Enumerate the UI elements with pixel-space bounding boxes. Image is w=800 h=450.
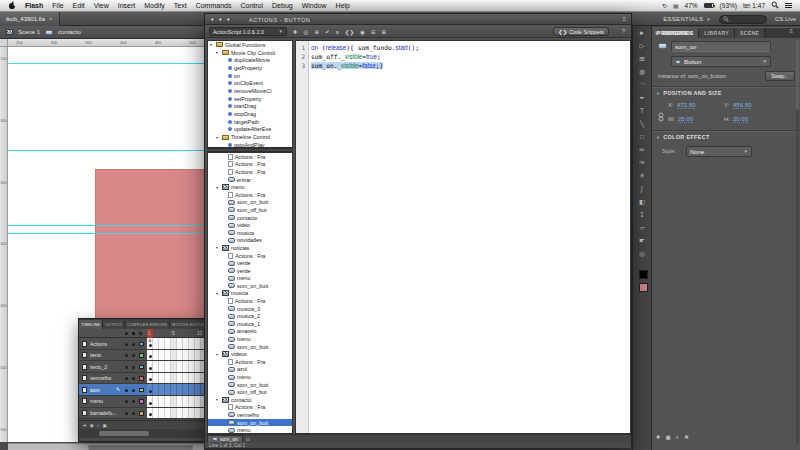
script-navigator-item[interactable]: musica xyxy=(208,290,292,298)
brush-tool[interactable]: ✑ xyxy=(633,156,651,169)
layer-frames[interactable] xyxy=(147,384,204,395)
menubar-item[interactable]: Debug xyxy=(272,2,293,9)
disclosure-triangle-icon[interactable] xyxy=(216,50,220,55)
layer-lock-dot[interactable] xyxy=(132,354,135,357)
deco-tool[interactable]: ✳ xyxy=(633,169,651,182)
script-navigator-item[interactable]: video xyxy=(208,221,292,229)
find-icon[interactable]: ◎ xyxy=(304,29,309,35)
script-navigator-item[interactable]: verde xyxy=(208,267,292,275)
script-navigator-item[interactable]: contacto xyxy=(208,396,292,404)
subselection-tool[interactable]: ▷ xyxy=(633,39,651,52)
disclosure-triangle-icon[interactable] xyxy=(210,42,214,47)
toolbox-item[interactable]: removeMovieCl xyxy=(208,87,292,95)
actions-title-bar[interactable]: ACTIONS - BUTTON ≡ xyxy=(205,14,631,25)
collapse-section-icon[interactable]: ⊟ xyxy=(371,29,376,35)
layer-frames[interactable] xyxy=(147,361,204,372)
menubar-item[interactable]: Text xyxy=(174,2,187,9)
panel-menu-icon[interactable]: ≡ xyxy=(622,16,626,22)
FILTERS[interactable]: FILTERS xyxy=(652,26,800,38)
swap-button[interactable]: Swap... xyxy=(765,71,795,81)
apple-menu-icon[interactable] xyxy=(8,1,16,11)
script-navigator-item[interactable]: som_on_butt xyxy=(208,343,292,351)
layer-name[interactable]: barradefu... xyxy=(90,410,123,416)
script-navigator-item[interactable]: videos xyxy=(208,350,292,358)
guide-line[interactable] xyxy=(8,233,204,234)
layer-frames[interactable] xyxy=(147,350,204,361)
guide-line[interactable] xyxy=(8,63,204,64)
menubar-item[interactable]: Edit xyxy=(73,2,85,9)
layer-frames[interactable] xyxy=(147,373,204,384)
bone-tool[interactable]: ∫ xyxy=(633,182,651,195)
script-navigator-item[interactable]: musica_1 xyxy=(208,320,292,328)
menubar-item[interactable]: Help xyxy=(336,2,350,9)
add-script-icon[interactable]: ✚ xyxy=(293,29,298,35)
script-navigator-item[interactable]: menu xyxy=(208,183,292,191)
battery-percent[interactable]: (93%) xyxy=(720,2,737,9)
show-code-hint-icon[interactable]: ❮❯ xyxy=(345,29,354,35)
script-navigator-item[interactable]: musica xyxy=(208,229,292,237)
timeline-scrollbar[interactable] xyxy=(79,429,205,438)
y-value[interactable]: 456.50 xyxy=(733,102,751,109)
timeline-layer-row[interactable]: texto_2 ✎ xyxy=(79,361,205,373)
layer-name[interactable]: texto_2 xyxy=(90,364,123,370)
red-rectangle-shape[interactable] xyxy=(95,169,204,332)
toolbox-item[interactable]: gotoAndPlay xyxy=(208,141,292,148)
script-navigator-item[interactable]: entrar xyxy=(208,176,292,184)
layer-lock-dot[interactable] xyxy=(132,412,135,415)
script-navigator-item[interactable]: musica_2 xyxy=(208,312,292,320)
fill-color-chip[interactable] xyxy=(639,283,648,292)
script-navigator-item[interactable]: som_on_butt xyxy=(208,282,292,290)
code-line[interactable]: 3 som_on._visible=false;} xyxy=(296,61,630,70)
script-tab[interactable]: som_on xyxy=(207,435,243,442)
timeline-layer-row[interactable]: vermelho ✎ xyxy=(79,373,205,385)
hand-tool[interactable]: ☛ xyxy=(633,234,651,247)
toolbox-item[interactable]: Timeline Control xyxy=(208,133,292,141)
script-navigator-item[interactable]: Actions : Fra xyxy=(208,358,292,366)
disclosure-triangle-icon[interactable] xyxy=(216,185,220,190)
script-navigator-item[interactable]: novidades xyxy=(208,237,292,245)
toolbox-item[interactable]: updateAfterEve xyxy=(208,126,292,134)
script-navigator-item[interactable]: azul xyxy=(208,366,292,374)
layer-name[interactable]: menu xyxy=(90,398,123,404)
code-line[interactable]: 2 som_off._visible=true; xyxy=(296,52,630,61)
battery-secondary-percent[interactable]: 47% xyxy=(685,2,698,9)
script-navigator-item[interactable]: verde xyxy=(208,259,292,267)
guide-line[interactable] xyxy=(8,225,204,226)
script-navigator-item[interactable]: som_off_but xyxy=(208,388,292,396)
layer-visibility-dot[interactable] xyxy=(125,412,128,415)
script-navigator-item[interactable]: Actions : Fra xyxy=(208,168,292,176)
stroke-color-chip[interactable] xyxy=(639,270,648,279)
auto-format-icon[interactable]: ≡ xyxy=(336,29,339,35)
toolbox-item[interactable]: setProperty xyxy=(208,95,292,103)
script-navigator-item[interactable]: menu xyxy=(208,335,292,343)
add-filter-icon[interactable]: ✚ xyxy=(656,434,661,440)
layer-name[interactable]: vermelho xyxy=(90,375,123,381)
timeline-layer-row[interactable]: Actions ✎ xyxy=(79,338,205,350)
script-navigator-item[interactable]: menu xyxy=(208,373,292,381)
menubar-item[interactable]: Flash xyxy=(25,2,43,9)
breadcrumb-symbol[interactable]: contacto xyxy=(58,29,81,35)
layer-visibility-dot[interactable] xyxy=(125,389,128,392)
script-navigator-item[interactable]: Actions : Fra xyxy=(208,297,292,305)
spotlight-icon[interactable] xyxy=(771,1,779,10)
script-navigator-item[interactable]: som_on_butt xyxy=(208,419,292,427)
toolbox-item[interactable]: Movie Clip Control xyxy=(208,49,292,57)
disclosure-triangle-icon[interactable] xyxy=(216,397,220,402)
help-icon[interactable]: ? xyxy=(622,28,625,34)
layer-outline-color[interactable] xyxy=(139,342,144,347)
instance-name-input[interactable]: som_on xyxy=(671,41,771,52)
color-effect-section-header[interactable]: ▼ COLOR EFFECT xyxy=(656,134,710,140)
sync-status-icon[interactable]: ↻ xyxy=(662,2,667,9)
menubar-item[interactable]: Window xyxy=(302,2,327,9)
layer-visibility-dot[interactable] xyxy=(125,343,128,346)
disclosure-triangle-icon[interactable] xyxy=(216,291,220,296)
actionscript-version-dropdown[interactable]: ActionScript 1.0 & 2.0 ▼ xyxy=(209,27,287,36)
rectangle-tool[interactable]: □ xyxy=(633,130,651,143)
stage-horizontal-scrollbar[interactable] xyxy=(8,443,204,450)
x-value[interactable]: 472.50 xyxy=(677,102,695,109)
layer-outline-color[interactable] xyxy=(139,365,144,370)
timeline-tab[interactable]: COMPILER ERRORS xyxy=(125,320,170,329)
script-navigator-item[interactable]: som_on_butt xyxy=(208,199,292,207)
layer-frames[interactable] xyxy=(147,396,204,407)
code-snippets-button[interactable]: ❮❯ Code Snippets xyxy=(553,27,609,36)
